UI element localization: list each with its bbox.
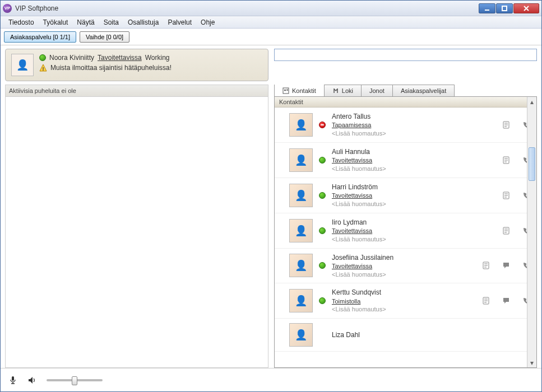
svg-rect-34 <box>12 376 14 381</box>
calls-panel: Aktiivisia puheluita ei ole <box>5 85 268 368</box>
scroll-down-icon[interactable]: ▾ <box>527 358 536 367</box>
busy-icon <box>319 122 326 128</box>
tab-queues[interactable]: Jonot <box>361 85 393 96</box>
note-icon[interactable] <box>481 261 490 270</box>
contact-avatar: 👤 <box>289 184 313 207</box>
queue-button-asiakaspalvelu[interactable]: Asiakaspalvelu [0 1/1] <box>4 31 76 43</box>
search-box <box>274 49 537 61</box>
presence-indicator <box>318 297 326 304</box>
chat-icon[interactable] <box>502 296 511 305</box>
contact-text: Iiro LydmanTavoitettavissa<Lisää huomaut… <box>332 218 464 244</box>
available-icon <box>319 157 326 164</box>
my-avatar: 👤 <box>11 54 34 76</box>
contact-avatar: 👤 <box>289 289 313 312</box>
tab-agents[interactable]: Asiakaspalvelijat <box>392 85 455 96</box>
contact-status[interactable]: Tavoitettavissa <box>332 156 464 165</box>
contact-row[interactable]: 👤Josefiina JussilainenTavoitettavissa<Li… <box>275 249 536 284</box>
contact-name: Auli Hannula <box>332 147 464 156</box>
scroll-thumb[interactable] <box>529 147 535 181</box>
menu-services[interactable]: Palvelut <box>163 17 196 27</box>
contact-row[interactable]: 👤Auli HannulaTavoitettavissa<Lisää huoma… <box>275 143 536 178</box>
search-input[interactable] <box>274 49 537 61</box>
menu-tools[interactable]: Työkalut <box>39 17 73 27</box>
contact-avatar: 👤 <box>289 254 313 277</box>
speaker-icon[interactable] <box>27 376 36 385</box>
contact-row[interactable]: 👤Antero TallusTapaamisessa<Lisää huomaut… <box>275 108 536 143</box>
contact-row[interactable]: 👤Liza Dahl <box>275 319 536 352</box>
available-icon <box>319 262 326 269</box>
bottom-bar <box>1 368 541 391</box>
no-active-calls-label: Aktiivisia puheluita ei ole <box>6 85 268 97</box>
note-icon[interactable] <box>502 156 511 165</box>
contact-note[interactable]: <Lisää huomautus> <box>332 200 464 208</box>
contacts-list: 👤Antero TallusTapaamisessa<Lisää huomaut… <box>275 108 536 367</box>
contacts-section-header[interactable]: Kontaktit <box>275 97 536 108</box>
svg-rect-9 <box>286 90 288 91</box>
menu-view[interactable]: Näytä <box>72 17 99 27</box>
note-icon[interactable] <box>481 296 490 305</box>
right-panel: Kontaktit Loki Jonot Asiakaspalvelijat K… <box>274 85 537 368</box>
tab-contacts[interactable]: Kontaktit <box>274 85 325 96</box>
app-icon: VP <box>3 4 12 13</box>
presence-indicator <box>318 157 326 164</box>
contact-actions <box>469 156 531 165</box>
menu-participant[interactable]: Osallistuja <box>123 17 163 27</box>
titlebar: VP VIP Softphone <box>1 1 541 16</box>
minimize-button[interactable] <box>479 3 495 13</box>
scroll-up-icon[interactable]: ▴ <box>527 97 536 106</box>
maximize-button[interactable] <box>496 3 513 13</box>
tab-log[interactable]: Loki <box>324 85 362 96</box>
contact-status[interactable]: Tavoitettavissa <box>332 262 464 270</box>
queue-bar: Asiakaspalvelu [0 1/1] Vaihde [0 0/0] <box>1 29 541 45</box>
tab-log-label: Loki <box>342 87 353 94</box>
log-icon <box>332 87 339 94</box>
available-icon <box>319 227 326 234</box>
contact-text: Liza Dahl <box>332 330 531 339</box>
note-icon[interactable] <box>502 191 511 200</box>
menu-file[interactable]: Tiedosto <box>4 17 39 27</box>
my-status[interactable]: Tavoitettavissa <box>98 54 142 62</box>
contact-text: Antero TallusTapaamisessa<Lisää huomautu… <box>332 112 464 138</box>
presence-indicator <box>318 192 326 199</box>
contact-row[interactable]: 👤Iiro LydmanTavoitettavissa<Lisää huomau… <box>275 213 536 249</box>
note-icon[interactable] <box>502 120 511 129</box>
contact-note[interactable]: <Lisää huomautus> <box>332 305 464 314</box>
contact-avatar: 👤 <box>289 323 313 347</box>
contact-status[interactable]: Toimistolla <box>332 297 464 306</box>
window-title: VIP Softphone <box>15 4 478 12</box>
contact-name: Kerttu Sundqvist <box>332 288 464 297</box>
contact-row[interactable]: 👤Harri LindströmTavoitettavissa<Lisää hu… <box>275 178 536 213</box>
contact-note[interactable]: <Lisää huomautus> <box>332 235 464 244</box>
contact-name: Iiro Lydman <box>332 218 464 227</box>
contact-note[interactable]: <Lisää huomautus> <box>332 165 464 173</box>
volume-slider[interactable] <box>47 379 103 381</box>
tab-row: Kontaktit Loki Jonot Asiakaspalvelijat <box>274 85 537 96</box>
queue-button-vaihde[interactable]: Vaihde [0 0/0] <box>80 31 129 43</box>
volume-knob[interactable] <box>72 376 77 385</box>
scrollbar[interactable]: ▴ ▾ <box>527 97 536 367</box>
contact-note[interactable]: <Lisää huomautus> <box>332 270 464 279</box>
svg-point-7 <box>284 90 286 91</box>
top-row: 👤 Noora Kiviniitty Tavoitettavissa Worki… <box>1 45 541 85</box>
svg-marker-35 <box>29 377 33 384</box>
contact-note[interactable]: <Lisää huomautus> <box>332 129 464 138</box>
close-button[interactable] <box>513 3 539 13</box>
menu-help[interactable]: Ohje <box>196 17 219 27</box>
available-icon <box>319 297 326 304</box>
microphone-icon[interactable] <box>8 376 17 385</box>
menu-call[interactable]: Soita <box>99 17 123 27</box>
contact-status[interactable]: Tavoitettavissa <box>332 227 464 235</box>
contacts-icon <box>282 87 289 94</box>
my-activity: Working <box>145 54 170 62</box>
svg-rect-1 <box>502 6 507 11</box>
presence-dot-icon <box>39 54 46 61</box>
contact-row[interactable]: 👤Kerttu SundqvistToimistolla<Lisää huoma… <box>275 283 536 319</box>
contact-status[interactable]: Tavoitettavissa <box>332 192 464 200</box>
presence-indicator <box>318 122 326 128</box>
contact-actions <box>469 261 531 270</box>
chat-icon[interactable] <box>502 261 511 270</box>
note-icon[interactable] <box>502 226 511 235</box>
window-buttons <box>478 3 539 13</box>
contact-status[interactable]: Tapaamisessa <box>332 121 464 129</box>
menubar: Tiedosto Työkalut Näytä Soita Osallistuj… <box>1 16 541 29</box>
